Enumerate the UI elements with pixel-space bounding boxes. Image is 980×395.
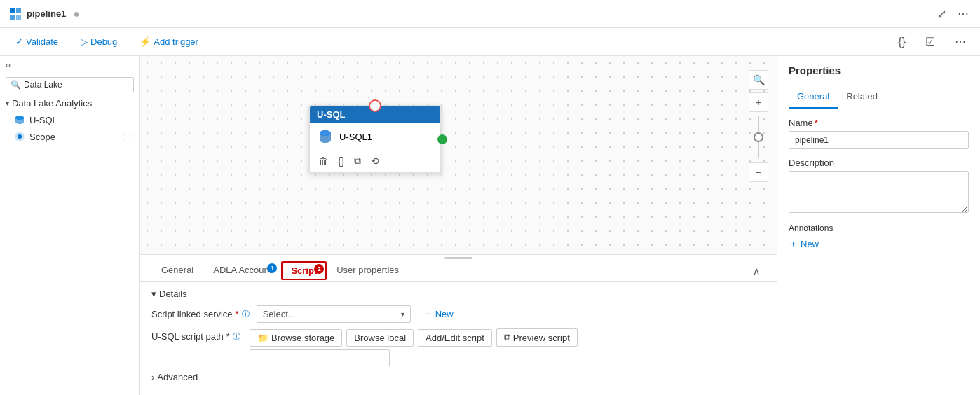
node-label: U-SQL1: [339, 132, 372, 142]
scope-drag-handle[interactable]: ⋮⋮: [120, 133, 134, 141]
svg-rect-1: [16, 8, 21, 13]
add-edit-script-button[interactable]: Add/Edit script: [418, 329, 492, 347]
prop-tabs: General Related: [777, 85, 980, 109]
prop-tab-related[interactable]: Related: [838, 85, 886, 109]
sidebar-item-scope[interactable]: Scope ⋮⋮: [0, 128, 139, 145]
prop-name-input[interactable]: [789, 131, 969, 149]
usql-label: U-SQL: [29, 115, 57, 125]
toolbar-more-btn[interactable]: ⋯: [952, 32, 969, 51]
panel-tabs: General ADLA Account 1 Script 2 User pro…: [140, 261, 777, 282]
script-badge: 2: [314, 264, 324, 274]
code-button[interactable]: {}: [895, 33, 908, 51]
zoom-slider[interactable]: [758, 116, 759, 158]
zoom-in-btn[interactable]: +: [749, 92, 768, 112]
plus-annotation-icon: ＋: [789, 237, 798, 250]
prop-description-textarea[interactable]: [789, 171, 969, 213]
pipeline-name: pipeline1: [27, 8, 66, 19]
bottom-panel: General ADLA Account 1 Script 2 User pro…: [140, 254, 777, 395]
add-trigger-button[interactable]: ⚡ Add trigger: [135, 34, 203, 50]
node-top-connector: [369, 99, 381, 112]
zoom-slider-handle[interactable]: [754, 132, 763, 142]
panel-collapse-btn[interactable]: ∧: [747, 263, 765, 279]
main-layout: ‹‹ 🔍 ▾ Data Lake Analytics U-SQL ⋮⋮ Scop…: [0, 56, 980, 395]
new-annotation-button[interactable]: ＋ New: [789, 237, 819, 250]
search-input[interactable]: [24, 80, 129, 90]
category-header[interactable]: ▾ Data Lake Analytics: [0, 95, 139, 111]
validate-button[interactable]: ✓ Validate: [11, 34, 62, 50]
details-label: Details: [159, 289, 187, 299]
usql-drag-handle[interactable]: ⋮⋮: [120, 116, 134, 124]
properties-panel: Properties General Related Name * Descri…: [777, 56, 980, 395]
search-canvas-btn[interactable]: 🔍: [749, 70, 768, 90]
script-service-row: Script linked service * ⓘ Select... ▾ ＋ …: [151, 305, 765, 323]
debug-button[interactable]: ▷ Debug: [76, 34, 121, 50]
debug-label: Debug: [90, 36, 117, 47]
path-buttons: 📁 Browse storage Browse local Add/Edit s…: [250, 328, 578, 347]
browse-storage-button[interactable]: 📁 Browse storage: [250, 329, 342, 347]
scope-icon: [14, 131, 25, 142]
usql-path-label: U-SQL script path * ⓘ: [151, 328, 243, 342]
canvas[interactable]: U-SQL U-SQL1 🗑 {} ⧉ ⟲: [140, 56, 777, 254]
top-bar-right: ⤢ ⋯: [934, 4, 972, 23]
validate-icon: ✓: [15, 36, 23, 47]
script-service-select[interactable]: Select... ▾: [257, 305, 411, 323]
toolbar: ✓ Validate ▷ Debug ⚡ Add trigger {} ☑ ⋯: [0, 28, 980, 56]
canvas-top[interactable]: U-SQL U-SQL1 🗑 {} ⧉ ⟲: [140, 56, 777, 254]
node-db-icon: [317, 128, 334, 145]
panel-drag-line: [444, 257, 472, 259]
more-options-button[interactable]: ⋯: [955, 4, 972, 23]
node-copy-btn[interactable]: ⧉: [353, 153, 362, 168]
details-section: ▾ Details Script linked service * ⓘ Sele…: [151, 289, 765, 382]
browse-local-button[interactable]: Browse local: [346, 329, 414, 347]
tab-general[interactable]: General: [151, 261, 203, 281]
select-chevron-icon: ▾: [401, 310, 404, 318]
prop-header: Properties: [777, 56, 980, 85]
canvas-controls: 🔍 + −: [749, 70, 768, 182]
script-service-label: Script linked service * ⓘ: [151, 309, 250, 319]
tab-adla[interactable]: ADLA Account 1: [203, 261, 281, 281]
usql-icon: [14, 114, 25, 125]
expand-button[interactable]: ⤢: [934, 4, 949, 23]
validate-icon-btn[interactable]: ☑: [923, 32, 938, 51]
zoom-out-btn[interactable]: −: [749, 162, 768, 182]
logo-icon: [8, 7, 22, 21]
prop-description-field: Description: [789, 158, 969, 215]
new-service-button[interactable]: ＋ New: [418, 305, 459, 323]
node-arrow-btn[interactable]: ⟲: [369, 153, 381, 168]
search-box[interactable]: 🔍: [6, 77, 134, 92]
script-service-info-icon[interactable]: ⓘ: [242, 309, 250, 319]
advanced-toggle[interactable]: › Advanced: [151, 372, 765, 382]
tab-script[interactable]: Script 2: [281, 261, 327, 280]
prop-description-label: Description: [789, 158, 969, 168]
prop-name-field: Name *: [789, 118, 969, 149]
preview-script-button[interactable]: ⧉ Preview script: [496, 328, 578, 347]
search-icon: 🔍: [11, 80, 21, 90]
usql-path-row: U-SQL script path * ⓘ 📁 Browse storage: [151, 328, 765, 366]
sidebar-item-usql[interactable]: U-SQL ⋮⋮: [0, 111, 139, 128]
chevron-down-icon: ▾: [6, 99, 9, 107]
plus-icon: ＋: [423, 307, 433, 320]
new-service-label: New: [435, 309, 454, 319]
prop-name-label: Name *: [789, 118, 969, 128]
adla-badge: 1: [267, 263, 277, 273]
usql-node[interactable]: U-SQL U-SQL1 🗑 {} ⧉ ⟲: [308, 105, 442, 174]
panel-drag-handle[interactable]: [140, 255, 777, 261]
usql-path-input[interactable]: [250, 349, 390, 366]
tab-user-props[interactable]: User properties: [327, 261, 409, 281]
details-chevron-icon: ▾: [151, 289, 156, 299]
trigger-label: Add trigger: [154, 36, 198, 47]
node-right-connector: [437, 134, 447, 144]
details-toggle[interactable]: ▾ Details: [151, 289, 765, 299]
panel-content: ▾ Details Script linked service * ⓘ Sele…: [140, 282, 777, 395]
prop-title: Properties: [789, 64, 841, 76]
collapse-btn[interactable]: ‹‹: [6, 60, 11, 70]
sidebar-header: ‹‹: [0, 56, 139, 74]
preview-icon: ⧉: [504, 332, 510, 343]
svg-rect-2: [10, 15, 15, 20]
usql-path-info-icon[interactable]: ⓘ: [233, 331, 240, 342]
validate-label: Validate: [26, 36, 58, 47]
node-delete-btn[interactable]: 🗑: [317, 153, 329, 168]
prop-tab-general[interactable]: General: [789, 85, 838, 109]
svg-rect-3: [16, 15, 21, 20]
node-code-btn[interactable]: {}: [336, 153, 346, 168]
